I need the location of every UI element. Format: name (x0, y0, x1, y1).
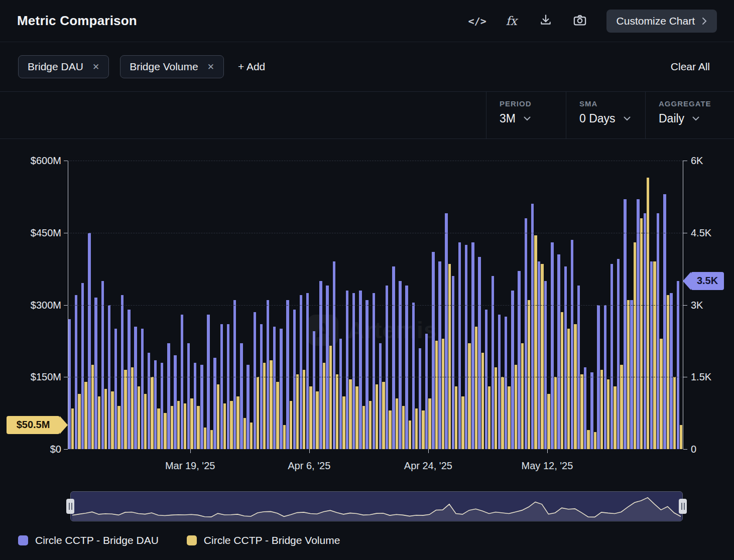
bar-dau[interactable] (617, 259, 620, 449)
bar-dau[interactable] (386, 286, 388, 449)
bar-volume[interactable] (435, 341, 438, 449)
bar-volume[interactable] (323, 363, 325, 450)
bar-volume[interactable] (290, 401, 292, 449)
bar-dau[interactable] (505, 317, 507, 449)
bar-volume[interactable] (647, 178, 649, 449)
bar-volume[interactable] (547, 394, 550, 449)
bar-volume[interactable] (223, 403, 226, 449)
bar-dau[interactable] (584, 367, 586, 449)
bar-volume[interactable] (349, 379, 351, 449)
bar-volume[interactable] (415, 408, 418, 449)
bar-volume[interactable] (230, 401, 232, 449)
bar-dau[interactable] (267, 300, 269, 449)
bar-dau[interactable] (167, 343, 170, 449)
bar-volume[interactable] (475, 327, 477, 449)
bar-volume[interactable] (508, 386, 510, 449)
bar-dau[interactable] (551, 242, 553, 449)
bar-volume[interactable] (217, 384, 219, 449)
bar-volume[interactable] (481, 353, 484, 449)
bar-dau[interactable] (293, 310, 296, 449)
bar-volume[interactable] (362, 406, 365, 449)
bar-volume[interactable] (534, 235, 537, 449)
bar-dau[interactable] (254, 312, 256, 449)
bar-dau[interactable] (511, 291, 514, 449)
bar-dau[interactable] (657, 213, 659, 449)
bar-volume[interactable] (389, 410, 391, 449)
bar-volume[interactable] (614, 386, 616, 449)
bar-dau[interactable] (352, 293, 355, 449)
bar-volume[interactable] (448, 264, 451, 449)
bar-volume[interactable] (283, 425, 286, 449)
bar-volume[interactable] (561, 312, 563, 449)
bar-dau[interactable] (154, 360, 157, 449)
bar-dau[interactable] (194, 363, 196, 450)
bar-volume[interactable] (422, 410, 424, 449)
bar-volume[interactable] (594, 432, 596, 449)
bar-dau[interactable] (438, 261, 441, 449)
bar-volume[interactable] (528, 300, 530, 449)
bar-volume[interactable] (144, 394, 147, 449)
bar-dau[interactable] (333, 261, 335, 449)
bar-volume[interactable] (409, 421, 411, 450)
bar-volume[interactable] (91, 365, 94, 449)
bar-volume[interactable] (587, 430, 589, 449)
download-button[interactable] (531, 10, 560, 33)
bar-dau[interactable] (326, 286, 328, 449)
bar-volume[interactable] (396, 398, 398, 449)
bar-volume[interactable] (620, 365, 623, 449)
bar-dau[interactable] (452, 276, 454, 449)
bar-volume[interactable] (342, 396, 345, 449)
bar-dau[interactable] (280, 329, 282, 449)
bar-dau[interactable] (392, 266, 395, 449)
bar-dau[interactable] (405, 286, 408, 449)
bar-dau[interactable] (148, 353, 150, 449)
bar-volume[interactable] (84, 382, 87, 449)
bar-volume[interactable] (640, 218, 643, 449)
bar-volume[interactable] (157, 408, 160, 449)
bar-dau[interactable] (200, 365, 203, 449)
bar-dau[interactable] (531, 204, 534, 449)
bar-dau[interactable] (478, 257, 480, 449)
bar-dau[interactable] (412, 303, 415, 449)
bar-dau[interactable] (624, 199, 626, 449)
bar-volume[interactable] (634, 242, 636, 449)
bar-volume[interactable] (673, 377, 676, 449)
bar-dau[interactable] (306, 293, 309, 449)
bar-volume[interactable] (455, 386, 457, 449)
bar-dau[interactable] (260, 324, 263, 449)
bar-volume[interactable] (243, 418, 246, 449)
bar-volume[interactable] (204, 428, 206, 449)
bar-dau[interactable] (525, 218, 527, 449)
bar-dau[interactable] (485, 310, 487, 449)
bar-dau[interactable] (677, 281, 679, 449)
bar-dau[interactable] (94, 298, 97, 449)
bar-dau[interactable] (637, 199, 639, 449)
bar-dau[interactable] (564, 266, 567, 449)
bar-volume[interactable] (376, 384, 378, 449)
bar-dau[interactable] (379, 343, 382, 449)
bar-volume[interactable] (667, 295, 669, 449)
bar-volume[interactable] (402, 406, 405, 449)
navigator-track[interactable] (70, 491, 683, 521)
bar-volume[interactable] (270, 360, 272, 449)
bar-dau[interactable] (300, 295, 302, 449)
formula-button[interactable]: fx (497, 10, 526, 33)
bar-volume[interactable] (541, 264, 543, 449)
bar-dau[interactable] (181, 315, 183, 449)
navigator-handle-right[interactable] (679, 499, 687, 514)
bar-dau[interactable] (425, 334, 428, 449)
period-dropdown[interactable]: PERIOD 3M (486, 92, 566, 138)
bar-volume[interactable] (501, 377, 504, 449)
bar-dau[interactable] (207, 315, 209, 449)
bar-dau[interactable] (557, 254, 560, 449)
embed-code-button[interactable]: </> (463, 10, 492, 33)
bar-volume[interactable] (98, 396, 100, 449)
bar-dau[interactable] (227, 324, 229, 449)
bar-dau[interactable] (458, 242, 461, 449)
bar-dau[interactable] (346, 291, 348, 449)
bar-dau[interactable] (544, 281, 547, 449)
bar-dau[interactable] (538, 261, 540, 449)
close-icon[interactable]: ✕ (207, 63, 214, 71)
bar-dau[interactable] (121, 295, 124, 449)
screenshot-button[interactable] (565, 10, 594, 33)
